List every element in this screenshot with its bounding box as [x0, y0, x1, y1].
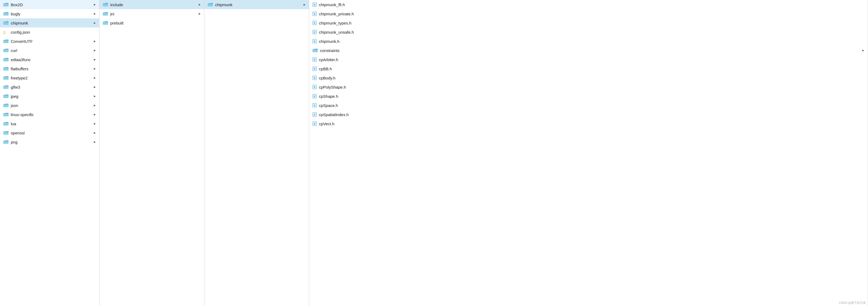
c-file-icon: c	[312, 85, 317, 89]
chevron-right-icon	[861, 49, 865, 52]
item-label: edtaa3func	[11, 57, 92, 62]
item-label: prebuilt	[110, 21, 202, 25]
chevron-right-icon	[198, 12, 202, 16]
item-label: cpBody.h	[319, 76, 865, 80]
list-item[interactable]: {}config.json	[0, 27, 99, 37]
item-label: linux-specific	[11, 112, 92, 117]
list-item[interactable]: ccpPolyShape.h	[309, 82, 868, 91]
c-file-icon: c	[312, 57, 317, 62]
folder-icon	[103, 11, 108, 16]
list-item[interactable]: cchipmunk_private.h	[309, 9, 868, 18]
folder-icon	[3, 66, 9, 71]
item-label: chipmunk.h	[319, 39, 865, 44]
folder-icon	[3, 112, 9, 117]
item-label: chipmunk	[215, 2, 302, 7]
list-item[interactable]: cchipmunk_unsafe.h	[309, 27, 868, 37]
item-label: include	[110, 2, 196, 7]
list-item[interactable]: jpeg	[0, 91, 99, 101]
folder-icon	[3, 2, 9, 7]
list-item[interactable]: cchipmunk.h	[309, 37, 868, 46]
item-label: openssl	[11, 131, 92, 135]
item-label: constraints	[320, 48, 860, 53]
list-item[interactable]: openssl	[0, 128, 99, 137]
chevron-right-icon	[93, 21, 96, 25]
chevron-right-icon	[93, 131, 96, 135]
list-item[interactable]: edtaa3func	[0, 55, 99, 64]
list-item[interactable]: lua	[0, 119, 99, 128]
list-item[interactable]: ccpShape.h	[309, 91, 868, 101]
chevron-right-icon	[93, 12, 96, 16]
item-label: config.json	[11, 30, 96, 34]
column-1: Box2D bugly chipmunk{}config.json Conver…	[0, 0, 99, 306]
list-item[interactable]: Box2D	[0, 0, 99, 9]
c-file-icon: c	[312, 11, 317, 16]
item-label: chipmunk	[11, 21, 92, 25]
list-item[interactable]: linux-specific	[0, 110, 99, 119]
item-label: png	[11, 140, 92, 144]
chevron-right-icon	[93, 58, 96, 61]
list-item[interactable]: ccpBody.h	[309, 73, 868, 82]
list-item[interactable]: constraints	[309, 46, 868, 55]
list-item[interactable]: ccpSpatialIndex.h	[309, 110, 868, 119]
list-item[interactable]: include	[99, 0, 204, 9]
folder-icon	[312, 48, 318, 53]
chevron-right-icon	[93, 140, 96, 144]
c-file-icon: c	[312, 103, 317, 108]
list-item[interactable]: chipmunk	[0, 18, 99, 27]
chevron-right-icon	[93, 122, 96, 126]
list-item[interactable]: bugly	[0, 9, 99, 18]
list-item[interactable]: ccpArbiter.h	[309, 55, 868, 64]
watermark: CSDN @爱千皎字库	[839, 301, 866, 305]
item-label: cpVect.h	[319, 121, 865, 126]
c-file-icon: c	[312, 121, 317, 126]
list-item[interactable]: freetype2	[0, 73, 99, 82]
folder-icon	[3, 11, 9, 16]
c-file-icon: c	[312, 112, 317, 117]
folder-icon	[103, 2, 108, 7]
item-label: cpBB.h	[319, 66, 865, 71]
item-label: bugly	[11, 11, 92, 16]
list-item[interactable]: json	[0, 101, 99, 110]
chevron-right-icon	[93, 76, 96, 80]
chevron-right-icon	[93, 49, 96, 52]
list-item[interactable]: cchipmunk_types.h	[309, 18, 868, 27]
c-file-icon: c	[312, 66, 317, 71]
list-item[interactable]: chipmunk	[204, 0, 309, 9]
column-4: cchipmunk_ffi.hcchipmunk_private.hcchipm…	[309, 0, 868, 306]
chevron-right-icon	[93, 85, 96, 89]
folder-icon	[3, 48, 9, 53]
list-item[interactable]: curl	[0, 46, 99, 55]
json-icon: {}	[3, 30, 9, 34]
item-label: cpPolyShape.h	[319, 85, 865, 89]
list-item[interactable]: flatbuffers	[0, 64, 99, 73]
folder-icon	[3, 94, 9, 98]
list-item[interactable]: cchipmunk_ffi.h	[309, 0, 868, 9]
list-item[interactable]: ccpBB.h	[309, 64, 868, 73]
item-label: lua	[11, 121, 92, 126]
item-label: flatbuffers	[11, 66, 92, 71]
folder-icon	[103, 21, 108, 25]
item-label: json	[11, 103, 92, 108]
chevron-right-icon	[303, 3, 306, 6]
item-label: freetype2	[11, 76, 92, 80]
list-item[interactable]: ConvertUTF	[0, 37, 99, 46]
c-file-icon: c	[312, 94, 317, 98]
folder-icon	[3, 121, 9, 126]
item-label: chipmunk_private.h	[319, 11, 865, 16]
list-item[interactable]: ccpVect.h	[309, 119, 868, 128]
list-item[interactable]: glfw3	[0, 82, 99, 91]
folder-icon	[3, 85, 9, 89]
item-label: jpeg	[11, 94, 92, 99]
chevron-right-icon	[198, 3, 202, 6]
folder-icon	[3, 57, 9, 62]
chevron-right-icon	[93, 94, 96, 98]
item-label: cpSpace.h	[319, 103, 865, 108]
item-label: curl	[11, 48, 92, 53]
list-item[interactable]: png	[0, 137, 99, 146]
list-item[interactable]: prebuilt	[99, 18, 204, 27]
column-3: chipmunk	[204, 0, 309, 306]
c-file-icon: c	[312, 21, 317, 25]
list-item[interactable]: jni	[99, 9, 204, 18]
c-file-icon: c	[312, 39, 317, 44]
list-item[interactable]: ccpSpace.h	[309, 101, 868, 110]
